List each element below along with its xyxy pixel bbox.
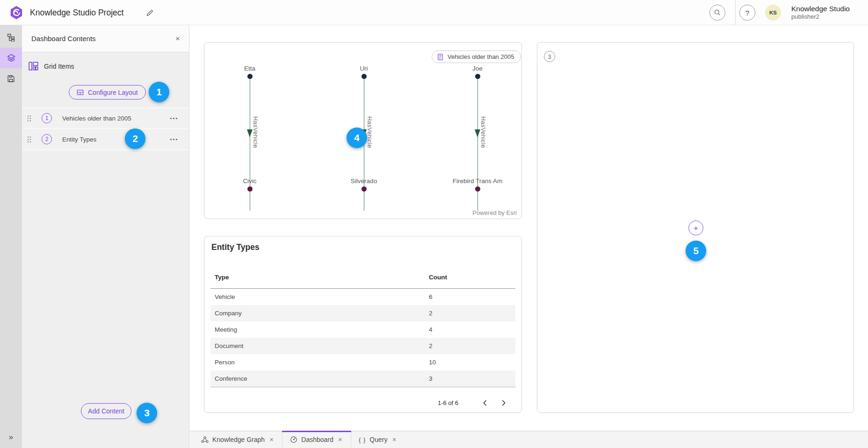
link-chart-title-chip[interactable]: Vehicles older than 2005 xyxy=(432,50,521,63)
cell-type: Document xyxy=(215,342,429,349)
cell-type: Company xyxy=(215,310,429,317)
next-page-button[interactable] xyxy=(497,396,511,410)
column-header-count: Count xyxy=(429,274,447,281)
table-row: Conference 3 xyxy=(210,370,515,387)
graph-edge-label: HasVehicle xyxy=(366,116,373,148)
tab-label: Dashboard xyxy=(301,436,333,443)
avatar[interactable]: KS xyxy=(765,5,781,21)
table-pagination: 1-6 of 6 xyxy=(438,394,515,411)
active-tab-indicator xyxy=(282,431,351,432)
drag-handle-icon[interactable] xyxy=(27,115,31,122)
item-index-badge: 2 xyxy=(42,134,52,144)
layers-icon xyxy=(7,54,15,62)
powered-by-esri: Powered by Esri xyxy=(472,209,517,216)
cell-count: 2 xyxy=(429,342,433,349)
graph-node-label: Joe xyxy=(438,65,517,72)
expand-rail-button[interactable]: » xyxy=(0,428,22,447)
knowledge-graph-icon xyxy=(201,436,209,443)
callout-badge: 5 xyxy=(686,241,706,261)
sidebar-item-save[interactable] xyxy=(0,68,22,89)
table-row: Meeting 4 xyxy=(210,321,515,338)
close-icon: ✕ xyxy=(175,36,180,42)
list-item[interactable]: 2 Entity Types xyxy=(22,129,189,150)
tab-query[interactable]: { } Query ✕ xyxy=(351,431,405,448)
graph-edge-group: Etta HasVehicle Civic xyxy=(210,64,289,199)
close-tab-icon[interactable]: ✕ xyxy=(337,436,343,444)
graph-edge-group: Joe HasVehicle Firebird Trans Am xyxy=(438,64,517,199)
table-row: Vehicle 6 xyxy=(210,289,515,305)
table-row: Person 10 xyxy=(210,354,515,370)
bottom-tab-bar: Knowledge Graph ✕ Dashboard ✕ { } Query … xyxy=(190,431,868,448)
plus-icon: + xyxy=(694,224,698,232)
entity-types-card: Entity Types Type Count Vehicle 6 Compan… xyxy=(204,236,522,413)
search-icon xyxy=(714,9,721,16)
chip-label: Vehicles older than 2005 xyxy=(448,53,514,60)
close-panel-button[interactable]: ✕ xyxy=(172,33,183,44)
project-title: Knowledge Studio Project xyxy=(30,0,123,25)
save-icon xyxy=(7,75,15,83)
graph-edge-label: HasVehicle xyxy=(480,116,487,148)
graph-node-person[interactable] xyxy=(362,74,367,79)
dashboard-gauge-icon xyxy=(290,436,297,443)
callout-badge: 2 xyxy=(125,128,145,149)
edit-title-icon[interactable] xyxy=(146,9,154,17)
add-item-to-slot-button[interactable]: + xyxy=(688,220,703,235)
item-options-button[interactable] xyxy=(168,136,180,142)
table-body: Vehicle 6 Company 2 Meeting 4 Document 2… xyxy=(210,289,515,387)
graph-node-label: Silverado xyxy=(324,178,404,185)
slot-index-badge: 3 xyxy=(544,51,555,62)
question-mark-icon: ? xyxy=(745,9,749,17)
double-chevron-right-icon: » xyxy=(9,433,13,442)
knowledge-studio-app: Knowledge Studio Project ? KS Knowledge … xyxy=(0,0,868,448)
ellipsis-icon xyxy=(170,117,178,120)
tab-dashboard[interactable]: Dashboard ✕ xyxy=(282,431,351,448)
cell-count: 10 xyxy=(429,359,436,366)
close-tab-icon[interactable]: ✕ xyxy=(268,436,275,444)
app-logo-icon[interactable] xyxy=(9,6,23,20)
graph-node-vehicle[interactable] xyxy=(247,186,253,192)
tab-knowledge-graph[interactable]: Knowledge Graph ✕ xyxy=(194,431,282,448)
close-tab-icon[interactable]: ✕ xyxy=(391,436,397,444)
graph-node-person[interactable] xyxy=(475,74,480,79)
page-range-label: 1-6 of 6 xyxy=(438,399,458,406)
sidebar-item-dashboard-contents[interactable] xyxy=(0,48,22,68)
graph-node-label: Firebird Trans Am xyxy=(438,178,517,185)
add-content-button[interactable]: Add Content xyxy=(81,403,131,419)
cell-count: 4 xyxy=(429,326,433,333)
cell-count: 2 xyxy=(429,310,433,317)
grid-layout-icon xyxy=(29,62,38,71)
sidebar-item-knowledge-graph-model[interactable] xyxy=(0,27,22,48)
drag-handle-icon[interactable] xyxy=(27,136,31,143)
cell-count: 3 xyxy=(429,375,433,382)
user-role: publisher2 xyxy=(791,13,850,21)
graph-node-label: Uri xyxy=(324,65,404,72)
user-menu[interactable]: Knowledge Studio publisher2 xyxy=(791,4,850,21)
graph-node-vehicle[interactable] xyxy=(362,186,367,192)
header-divider xyxy=(735,0,736,25)
previous-page-button[interactable] xyxy=(478,396,492,410)
graph-node-label: Etta xyxy=(210,65,289,72)
grid-items-section: Grid Items xyxy=(29,62,74,71)
configure-layout-button[interactable]: Configure Layout xyxy=(69,85,146,100)
search-button[interactable] xyxy=(709,5,725,21)
ellipsis-icon xyxy=(170,138,178,141)
avatar-initials: KS xyxy=(769,10,777,15)
braces-icon: { } xyxy=(359,436,366,443)
list-item-label: Vehicles older than 2005 xyxy=(62,115,131,122)
user-name: Knowledge Studio xyxy=(791,4,850,13)
callout-badge: 4 xyxy=(347,128,367,148)
graph-node-vehicle[interactable] xyxy=(475,186,480,192)
help-button[interactable]: ? xyxy=(739,5,755,21)
table-row: Company 2 xyxy=(210,305,515,321)
cell-type: Meeting xyxy=(215,326,429,333)
configure-layout-label: Configure Layout xyxy=(88,89,138,96)
org-chart-icon xyxy=(7,34,15,42)
item-options-button[interactable] xyxy=(168,115,180,121)
empty-grid-slot-card: 3 + xyxy=(537,42,854,413)
graph-node-label: Civic xyxy=(210,178,289,185)
list-item[interactable]: 1 Vehicles older than 2005 xyxy=(22,107,189,129)
chevron-right-icon xyxy=(502,400,506,406)
graph-node-person[interactable] xyxy=(247,74,253,79)
chevron-left-icon xyxy=(483,400,487,406)
panel-title: Dashboard Contents xyxy=(31,25,96,52)
